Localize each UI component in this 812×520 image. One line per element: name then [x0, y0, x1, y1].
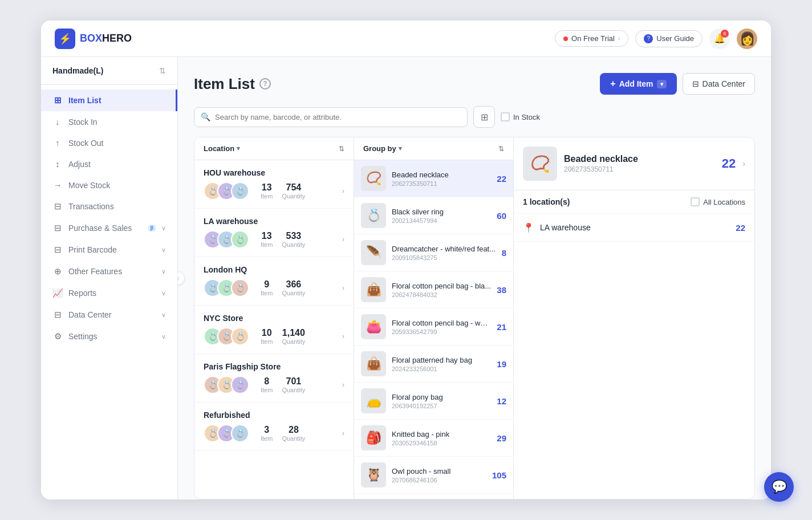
- detail-navigate-icon[interactable]: ›: [742, 159, 745, 168]
- item-row[interactable]: 🦉 Owl pouch - small 2070686246106 105: [354, 457, 513, 494]
- stat-items-label: Item: [261, 241, 273, 248]
- thumbnail-circle: 💍: [231, 230, 249, 249]
- sidebar-item-data-center[interactable]: ⊟ Data Center ∨: [41, 304, 177, 326]
- item-info: Black silver ring 2002134457994: [392, 208, 491, 224]
- item-row[interactable]: 👝 Floral pony bag 2063940192257 12: [354, 383, 513, 420]
- item-quantity: 19: [497, 359, 506, 369]
- stat-items-value: 10: [262, 328, 272, 338]
- groupby-dropdown-icon: ▾: [399, 145, 402, 152]
- item-row[interactable]: 🪶 Dreamcatcher - white/red feat... 20091…: [354, 234, 513, 271]
- location-item[interactable]: London HQ 💍💍💍 9 Item 366 Quantity ›: [194, 257, 354, 306]
- item-row[interactable]: 🎒 Knitted bag - pink 2030529346158 29: [354, 420, 513, 457]
- sidebar-item-move-stock[interactable]: → Move Stock: [41, 174, 177, 196]
- item-row[interactable]: 👜 Floral cotton pencil bag - bla... 2062…: [354, 271, 513, 308]
- other-features-chevron-icon: ∨: [161, 268, 166, 275]
- question-icon: ?: [644, 34, 653, 43]
- item-info: Floral patterned hay bag 2024233256001: [392, 356, 491, 372]
- stat-group-qty: 533 Quantity: [282, 231, 305, 248]
- sidebar-item-other-features[interactable]: ⊕ Other Features ∨: [41, 261, 177, 282]
- sidebar-item-stock-out[interactable]: ↑ Stock Out: [41, 132, 177, 153]
- stat-items-value: 3: [264, 425, 269, 435]
- sidebar-item-stock-in[interactable]: ↓ Stock In: [41, 111, 177, 132]
- sidebar-label-item-list: Item List: [68, 96, 164, 105]
- header: ⚡ BOXHERO On Free Trial › ? User Guide 🔔…: [41, 21, 771, 57]
- item-row[interactable]: 💍 Black silver ring 2002134457994 60: [354, 197, 513, 234]
- locations-count: 1 location(s): [523, 197, 570, 206]
- thumbnail-circle: 💍: [231, 182, 249, 200]
- detail-item-barcode: 2062735350711: [564, 165, 715, 173]
- item-barcode: 2030529346158: [392, 440, 491, 446]
- location-thumbnails: 💍💍💍: [204, 376, 249, 394]
- location-item[interactable]: Refurbished 💍💍💍 3 Item 28 Quantity ›: [194, 403, 354, 451]
- page-header: Item List ? + Add Item ▾ ⊟ Data Center: [194, 73, 755, 95]
- all-locations-filter[interactable]: All Locations: [691, 197, 745, 206]
- other-features-icon: ⊕: [52, 266, 63, 277]
- in-stock-checkbox[interactable]: [501, 112, 510, 121]
- add-item-button[interactable]: + Add Item ▾: [600, 73, 676, 95]
- location-item[interactable]: HOU warehouse 💍💍💍 13 Item 754 Quantity ›: [194, 160, 354, 209]
- stat-qty-label: Quantity: [282, 338, 305, 345]
- chat-button[interactable]: 💬: [764, 472, 794, 502]
- page-actions: + Add Item ▾ ⊟ Data Center: [600, 73, 755, 95]
- page-title: Item List: [194, 75, 255, 93]
- location-az-sort-icon[interactable]: ⇅: [339, 145, 344, 153]
- groupby-sort-button[interactable]: Group by ▾: [363, 144, 402, 153]
- item-row[interactable]: 📿 Beaded necklace 2062735350711 22: [354, 160, 513, 197]
- logo: ⚡ BOXHERO: [55, 29, 132, 49]
- in-stock-filter[interactable]: In Stock: [501, 112, 540, 121]
- item-info: Dreamcatcher - white/red feat... 2009105…: [392, 245, 496, 261]
- purchase-sales-chevron-icon: ∨: [161, 225, 166, 232]
- user-guide-button[interactable]: ? User Guide: [635, 30, 703, 47]
- stat-items-label: Item: [261, 387, 273, 393]
- stat-group-items: 9 Item: [261, 279, 273, 296]
- help-icon[interactable]: ?: [259, 78, 271, 90]
- user-avatar[interactable]: 👩: [737, 29, 757, 49]
- location-stats: 💍💍💍 13 Item 754 Quantity ›: [204, 182, 344, 200]
- trial-button[interactable]: On Free Trial ›: [555, 30, 628, 47]
- location-stats: 💍💍💍 3 Item 28 Quantity ›: [204, 424, 344, 442]
- search-input[interactable]: [194, 107, 468, 127]
- detail-item-name: Beaded necklace: [564, 154, 715, 164]
- location-sort-button[interactable]: Location ▾: [204, 144, 240, 153]
- sidebar-item-adjust[interactable]: ↕ Adjust: [41, 153, 177, 174]
- location-item[interactable]: Paris Flagship Store 💍💍💍 8 Item 701 Quan…: [194, 354, 354, 403]
- item-row[interactable]: 👜 Floral patterned hay bag 2024233256001…: [354, 346, 513, 383]
- item-quantity: 21: [497, 322, 506, 332]
- workspace-selector[interactable]: Handmade(L) ⇅: [41, 57, 177, 85]
- beta-badge: β: [148, 225, 156, 231]
- items-panel-header: Group by ▾ ⇅: [354, 137, 513, 160]
- sidebar: Handmade(L) ⇅ ⊞ Item List ↓ Stock In ↑ S…: [41, 57, 178, 499]
- location-dropdown-icon: ▾: [237, 145, 240, 152]
- barcode-scan-button[interactable]: ⊞: [473, 106, 495, 128]
- page-title-wrap: Item List ?: [194, 75, 271, 93]
- sidebar-item-item-list[interactable]: ⊞ Item List: [41, 90, 177, 111]
- items-az-sort-icon[interactable]: ⇅: [498, 145, 504, 153]
- item-thumbnail: 📿: [361, 166, 386, 191]
- reports-chevron-icon: ∨: [161, 290, 166, 297]
- item-row[interactable]: 👛 Floral cotton pencil bag - white 20593…: [354, 308, 513, 346]
- sidebar-item-transactions[interactable]: ⊟ Transactions: [41, 196, 177, 217]
- sidebar-item-settings[interactable]: ⚙ Settings ∨: [41, 326, 177, 347]
- sidebar-label-move-stock: Move Stock: [68, 181, 166, 190]
- reports-icon: 📈: [52, 288, 63, 298]
- item-barcode: 2062478484032: [392, 291, 491, 298]
- item-barcode: 2059336542799: [392, 328, 491, 335]
- sidebar-label-settings: Settings: [68, 332, 156, 341]
- location-chevron-icon: ›: [342, 429, 344, 437]
- stat-group-items: 3 Item: [261, 425, 273, 442]
- item-name: Beaded necklace: [392, 170, 491, 179]
- location-thumbnails: 💍💍💍: [204, 424, 249, 442]
- all-locations-checkbox[interactable]: [691, 197, 700, 206]
- location-item[interactable]: LA warehouse 💍💍💍 13 Item 533 Quantity ›: [194, 209, 354, 257]
- locations-list: HOU warehouse 💍💍💍 13 Item 754 Quantity ›…: [194, 160, 354, 499]
- data-center-button[interactable]: ⊟ Data Center: [683, 73, 755, 95]
- all-locations-label: All Locations: [703, 198, 745, 206]
- item-barcode: 2062735350711: [392, 180, 491, 187]
- sidebar-item-purchase-sales[interactable]: ⊟ Purchase & Sales β ∨: [41, 217, 177, 239]
- content-area: ‹ Item List ? + Add Item ▾: [178, 57, 771, 499]
- sidebar-item-reports[interactable]: 📈 Reports ∨: [41, 282, 177, 304]
- notification-button[interactable]: 🔔 6: [709, 29, 730, 49]
- location-item[interactable]: NYC Store 💍💍💍 10 Item 1,140 Quantity ›: [194, 306, 354, 354]
- location-detail-name: LA warehouse: [540, 223, 730, 232]
- sidebar-item-print-barcode[interactable]: ⊟ Print Barcode ∨: [41, 239, 177, 261]
